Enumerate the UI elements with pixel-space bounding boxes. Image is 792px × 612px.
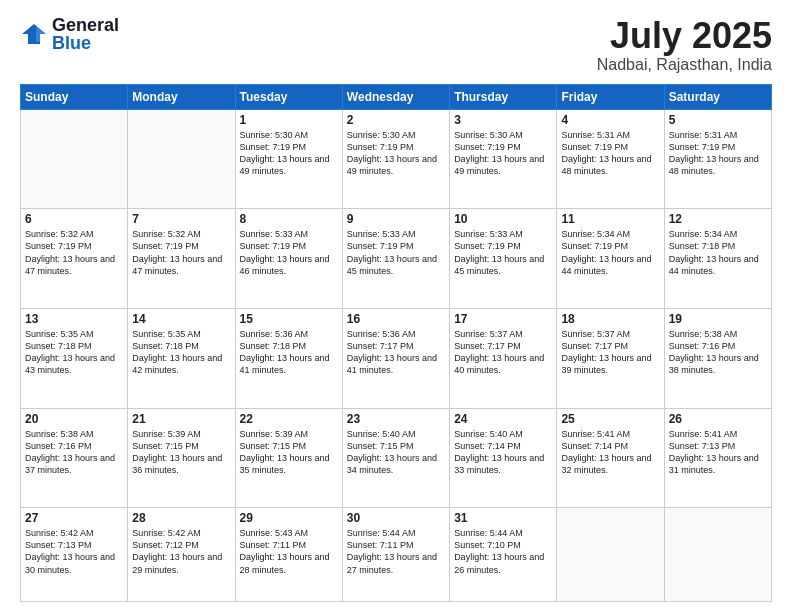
calendar-cell xyxy=(557,508,664,602)
calendar-cell xyxy=(664,508,771,602)
day-info: Sunrise: 5:33 AM Sunset: 7:19 PM Dayligh… xyxy=(240,228,338,277)
calendar-cell: 11Sunrise: 5:34 AM Sunset: 7:19 PM Dayli… xyxy=(557,209,664,309)
day-number: 18 xyxy=(561,312,659,326)
day-info: Sunrise: 5:43 AM Sunset: 7:11 PM Dayligh… xyxy=(240,527,338,576)
day-number: 21 xyxy=(132,412,230,426)
day-number: 14 xyxy=(132,312,230,326)
calendar-cell: 3Sunrise: 5:30 AM Sunset: 7:19 PM Daylig… xyxy=(450,109,557,209)
day-number: 19 xyxy=(669,312,767,326)
day-number: 28 xyxy=(132,511,230,525)
day-info: Sunrise: 5:30 AM Sunset: 7:19 PM Dayligh… xyxy=(240,129,338,178)
calendar-cell: 27Sunrise: 5:42 AM Sunset: 7:13 PM Dayli… xyxy=(21,508,128,602)
calendar-cell: 8Sunrise: 5:33 AM Sunset: 7:19 PM Daylig… xyxy=(235,209,342,309)
calendar-cell: 2Sunrise: 5:30 AM Sunset: 7:19 PM Daylig… xyxy=(342,109,449,209)
day-number: 30 xyxy=(347,511,445,525)
day-info: Sunrise: 5:30 AM Sunset: 7:19 PM Dayligh… xyxy=(454,129,552,178)
calendar-cell: 5Sunrise: 5:31 AM Sunset: 7:19 PM Daylig… xyxy=(664,109,771,209)
calendar-table: SundayMondayTuesdayWednesdayThursdayFrid… xyxy=(20,84,772,602)
day-info: Sunrise: 5:40 AM Sunset: 7:14 PM Dayligh… xyxy=(454,428,552,477)
header: General Blue July 2025 Nadbai, Rajasthan… xyxy=(20,16,772,74)
page: General Blue July 2025 Nadbai, Rajasthan… xyxy=(0,0,792,612)
day-info: Sunrise: 5:44 AM Sunset: 7:11 PM Dayligh… xyxy=(347,527,445,576)
calendar-cell: 19Sunrise: 5:38 AM Sunset: 7:16 PM Dayli… xyxy=(664,308,771,408)
day-number: 5 xyxy=(669,113,767,127)
day-info: Sunrise: 5:34 AM Sunset: 7:19 PM Dayligh… xyxy=(561,228,659,277)
logo-general: General xyxy=(52,16,119,34)
location: Nadbai, Rajasthan, India xyxy=(597,56,772,74)
calendar-header-monday: Monday xyxy=(128,84,235,109)
calendar-cell: 12Sunrise: 5:34 AM Sunset: 7:18 PM Dayli… xyxy=(664,209,771,309)
day-info: Sunrise: 5:39 AM Sunset: 7:15 PM Dayligh… xyxy=(240,428,338,477)
calendar-cell: 24Sunrise: 5:40 AM Sunset: 7:14 PM Dayli… xyxy=(450,408,557,508)
calendar-cell: 17Sunrise: 5:37 AM Sunset: 7:17 PM Dayli… xyxy=(450,308,557,408)
day-info: Sunrise: 5:36 AM Sunset: 7:18 PM Dayligh… xyxy=(240,328,338,377)
day-number: 1 xyxy=(240,113,338,127)
calendar-header-friday: Friday xyxy=(557,84,664,109)
calendar-cell xyxy=(128,109,235,209)
calendar-cell: 26Sunrise: 5:41 AM Sunset: 7:13 PM Dayli… xyxy=(664,408,771,508)
logo-text: General Blue xyxy=(52,16,119,52)
day-number: 9 xyxy=(347,212,445,226)
day-number: 29 xyxy=(240,511,338,525)
day-info: Sunrise: 5:37 AM Sunset: 7:17 PM Dayligh… xyxy=(454,328,552,377)
day-info: Sunrise: 5:44 AM Sunset: 7:10 PM Dayligh… xyxy=(454,527,552,576)
calendar-week-row: 6Sunrise: 5:32 AM Sunset: 7:19 PM Daylig… xyxy=(21,209,772,309)
calendar-cell: 13Sunrise: 5:35 AM Sunset: 7:18 PM Dayli… xyxy=(21,308,128,408)
day-number: 12 xyxy=(669,212,767,226)
logo-icon xyxy=(20,20,48,48)
calendar-cell: 30Sunrise: 5:44 AM Sunset: 7:11 PM Dayli… xyxy=(342,508,449,602)
day-number: 25 xyxy=(561,412,659,426)
day-info: Sunrise: 5:36 AM Sunset: 7:17 PM Dayligh… xyxy=(347,328,445,377)
day-number: 4 xyxy=(561,113,659,127)
day-number: 15 xyxy=(240,312,338,326)
day-info: Sunrise: 5:33 AM Sunset: 7:19 PM Dayligh… xyxy=(347,228,445,277)
day-info: Sunrise: 5:32 AM Sunset: 7:19 PM Dayligh… xyxy=(132,228,230,277)
day-number: 2 xyxy=(347,113,445,127)
month-title: July 2025 xyxy=(597,16,772,56)
calendar-cell: 14Sunrise: 5:35 AM Sunset: 7:18 PM Dayli… xyxy=(128,308,235,408)
calendar-cell: 1Sunrise: 5:30 AM Sunset: 7:19 PM Daylig… xyxy=(235,109,342,209)
day-info: Sunrise: 5:42 AM Sunset: 7:13 PM Dayligh… xyxy=(25,527,123,576)
calendar-header-saturday: Saturday xyxy=(664,84,771,109)
calendar-header-thursday: Thursday xyxy=(450,84,557,109)
calendar-cell: 28Sunrise: 5:42 AM Sunset: 7:12 PM Dayli… xyxy=(128,508,235,602)
calendar-week-row: 27Sunrise: 5:42 AM Sunset: 7:13 PM Dayli… xyxy=(21,508,772,602)
calendar-week-row: 1Sunrise: 5:30 AM Sunset: 7:19 PM Daylig… xyxy=(21,109,772,209)
calendar-cell: 16Sunrise: 5:36 AM Sunset: 7:17 PM Dayli… xyxy=(342,308,449,408)
day-info: Sunrise: 5:37 AM Sunset: 7:17 PM Dayligh… xyxy=(561,328,659,377)
day-info: Sunrise: 5:35 AM Sunset: 7:18 PM Dayligh… xyxy=(132,328,230,377)
day-info: Sunrise: 5:38 AM Sunset: 7:16 PM Dayligh… xyxy=(669,328,767,377)
day-info: Sunrise: 5:35 AM Sunset: 7:18 PM Dayligh… xyxy=(25,328,123,377)
day-number: 20 xyxy=(25,412,123,426)
day-number: 7 xyxy=(132,212,230,226)
calendar-cell: 6Sunrise: 5:32 AM Sunset: 7:19 PM Daylig… xyxy=(21,209,128,309)
calendar-cell: 23Sunrise: 5:40 AM Sunset: 7:15 PM Dayli… xyxy=(342,408,449,508)
calendar-cell: 29Sunrise: 5:43 AM Sunset: 7:11 PM Dayli… xyxy=(235,508,342,602)
calendar-week-row: 13Sunrise: 5:35 AM Sunset: 7:18 PM Dayli… xyxy=(21,308,772,408)
day-info: Sunrise: 5:41 AM Sunset: 7:14 PM Dayligh… xyxy=(561,428,659,477)
day-number: 31 xyxy=(454,511,552,525)
calendar-cell: 21Sunrise: 5:39 AM Sunset: 7:15 PM Dayli… xyxy=(128,408,235,508)
calendar-cell: 31Sunrise: 5:44 AM Sunset: 7:10 PM Dayli… xyxy=(450,508,557,602)
day-info: Sunrise: 5:41 AM Sunset: 7:13 PM Dayligh… xyxy=(669,428,767,477)
day-info: Sunrise: 5:30 AM Sunset: 7:19 PM Dayligh… xyxy=(347,129,445,178)
logo-blue: Blue xyxy=(52,34,119,52)
calendar-cell: 22Sunrise: 5:39 AM Sunset: 7:15 PM Dayli… xyxy=(235,408,342,508)
day-info: Sunrise: 5:39 AM Sunset: 7:15 PM Dayligh… xyxy=(132,428,230,477)
day-number: 16 xyxy=(347,312,445,326)
calendar-header-tuesday: Tuesday xyxy=(235,84,342,109)
day-info: Sunrise: 5:32 AM Sunset: 7:19 PM Dayligh… xyxy=(25,228,123,277)
day-info: Sunrise: 5:40 AM Sunset: 7:15 PM Dayligh… xyxy=(347,428,445,477)
calendar-cell: 25Sunrise: 5:41 AM Sunset: 7:14 PM Dayli… xyxy=(557,408,664,508)
calendar-header-wednesday: Wednesday xyxy=(342,84,449,109)
day-number: 27 xyxy=(25,511,123,525)
day-info: Sunrise: 5:42 AM Sunset: 7:12 PM Dayligh… xyxy=(132,527,230,576)
day-number: 22 xyxy=(240,412,338,426)
day-number: 13 xyxy=(25,312,123,326)
calendar-week-row: 20Sunrise: 5:38 AM Sunset: 7:16 PM Dayli… xyxy=(21,408,772,508)
title-block: July 2025 Nadbai, Rajasthan, India xyxy=(597,16,772,74)
day-number: 26 xyxy=(669,412,767,426)
calendar-cell: 15Sunrise: 5:36 AM Sunset: 7:18 PM Dayli… xyxy=(235,308,342,408)
calendar-cell: 4Sunrise: 5:31 AM Sunset: 7:19 PM Daylig… xyxy=(557,109,664,209)
day-info: Sunrise: 5:31 AM Sunset: 7:19 PM Dayligh… xyxy=(561,129,659,178)
